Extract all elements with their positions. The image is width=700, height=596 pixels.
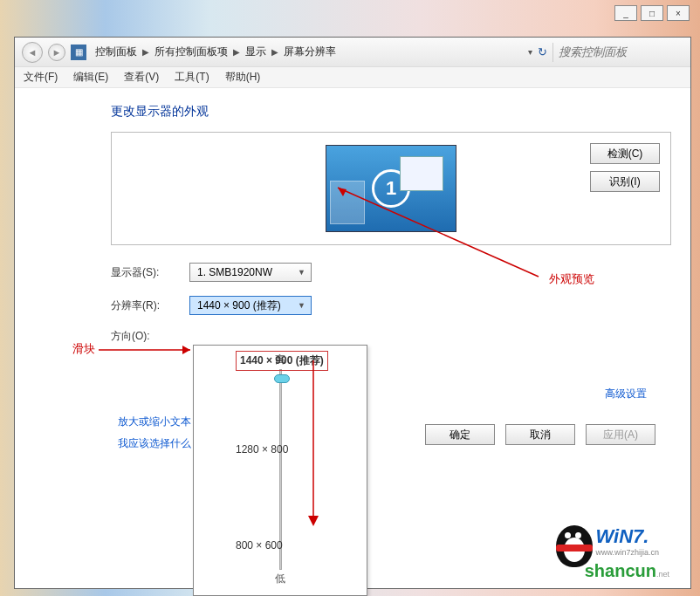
refresh-icon[interactable]: ↻ (538, 45, 547, 58)
zoom-text-link[interactable]: 放大或缩小文本 (118, 414, 191, 429)
which-choose-link[interactable]: 我应该选择什么 (118, 436, 191, 451)
menu-tools[interactable]: 工具(T) (175, 70, 209, 85)
resolution-option-800[interactable]: 800 × 600 (236, 539, 283, 551)
display-label: 显示器(S): (111, 265, 172, 280)
chevron-down-icon[interactable]: ▾ (528, 47, 532, 57)
search-input[interactable] (552, 43, 683, 62)
crumb-item[interactable]: 所有控制面板项 (154, 45, 228, 59)
apply-button[interactable]: 应用(A) (586, 424, 655, 445)
chevron-right-icon: ▶ (142, 47, 149, 57)
close-button[interactable]: × (667, 5, 690, 21)
chevron-right-icon: ▶ (271, 47, 278, 57)
nav-forward-button[interactable]: ► (48, 44, 65, 61)
cancel-button[interactable]: 取消 (505, 424, 575, 445)
resolution-value: 1440 × 900 (推荐) (197, 298, 281, 313)
maximize-button[interactable]: □ (641, 5, 663, 21)
detect-button[interactable]: 检测(C) (590, 143, 660, 164)
watermark-win7: WiN7. www.win7zhijia.cn (595, 525, 659, 557)
crumb-item[interactable]: 屏幕分辨率 (284, 45, 336, 59)
content-area: 更改显示器的外观 1 检测(C) 识别(I) 显示器(S): 1. SMB192… (15, 88, 690, 353)
crumb-item[interactable]: 控制面板 (95, 45, 137, 59)
menu-file[interactable]: 文件(F) (24, 70, 58, 85)
page-title: 更改显示器的外观 (111, 104, 671, 120)
menu-help[interactable]: 帮助(H) (225, 70, 261, 85)
menu-bar: 文件(F) 编辑(E) 查看(V) 工具(T) 帮助(H) (15, 67, 690, 88)
advanced-settings-link[interactable]: 高级设置 (605, 387, 647, 401)
resolution-option-current[interactable]: 1440 × 900 (推荐) (236, 351, 328, 371)
slider-low-label: 低 (202, 572, 358, 586)
menu-view[interactable]: 查看(V) (124, 70, 159, 85)
slider-thumb[interactable] (274, 374, 290, 383)
resolution-select[interactable]: 1440 × 900 (推荐) ▼ (189, 296, 312, 315)
chevron-down-icon: ▼ (298, 268, 305, 277)
crumb-item[interactable]: 显示 (245, 45, 266, 59)
display-select[interactable]: 1. SMB1920NW ▼ (189, 263, 312, 282)
nav-bar: ◄ ► ▦ 控制面板▶ 所有控制面板项▶ 显示▶ 屏幕分辨率 ▾ ↻ (15, 38, 690, 67)
nav-back-button[interactable]: ◄ (22, 42, 43, 63)
dialog-actions: 确定 取消 应用(A) (425, 424, 655, 445)
breadcrumb[interactable]: 控制面板▶ 所有控制面板项▶ 显示▶ 屏幕分辨率 (95, 45, 523, 59)
display-value: 1. SMB1920NW (197, 266, 272, 278)
orientation-label: 方向(O): (111, 329, 172, 344)
monitor-thumbnail[interactable]: 1 (326, 145, 456, 232)
window-controls[interactable]: _ □ × (614, 5, 690, 21)
menu-edit[interactable]: 编辑(E) (73, 70, 108, 85)
control-panel-icon: ▦ (71, 45, 86, 60)
settings-form: 显示器(S): 1. SMB1920NW ▼ 分辨率(R): 1440 × 90… (111, 263, 671, 344)
resolution-option-1280[interactable]: 1280 × 800 (236, 443, 288, 456)
mini-window-icon (330, 181, 365, 224)
chevron-right-icon: ▶ (233, 47, 240, 57)
display-preview-box: 1 检测(C) 识别(I) (111, 132, 671, 245)
control-panel-window: ◄ ► ▦ 控制面板▶ 所有控制面板项▶ 显示▶ 屏幕分辨率 ▾ ↻ 文件(F)… (14, 37, 691, 589)
resolution-slider-popup[interactable]: 高 1440 × 900 (推荐) 1280 × 800 800 × 600 低 (193, 345, 367, 596)
identify-button[interactable]: 识别(I) (590, 171, 660, 192)
mini-window-icon (400, 156, 443, 191)
ok-button[interactable]: 确定 (425, 424, 495, 445)
resolution-label: 分辨率(R): (111, 298, 172, 313)
watermark-shancun: shancun.net (585, 561, 669, 581)
minimize-button[interactable]: _ (614, 5, 637, 21)
chevron-down-icon: ▼ (298, 301, 305, 310)
